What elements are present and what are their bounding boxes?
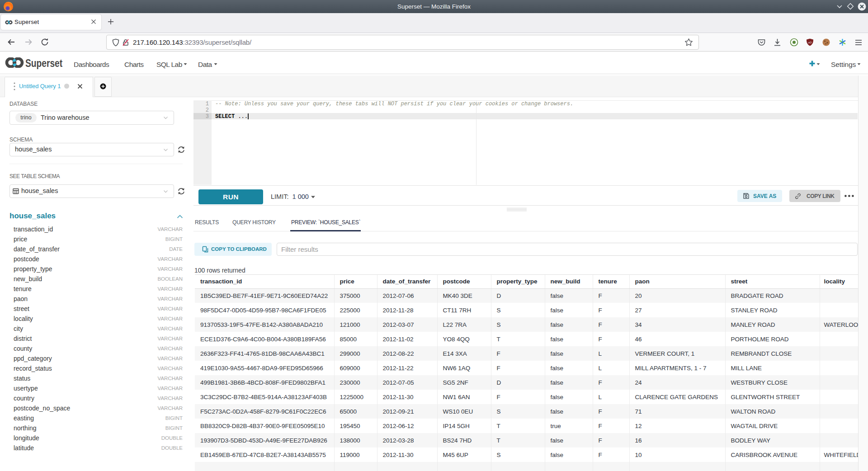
svg-text:uO: uO bbox=[808, 41, 811, 44]
